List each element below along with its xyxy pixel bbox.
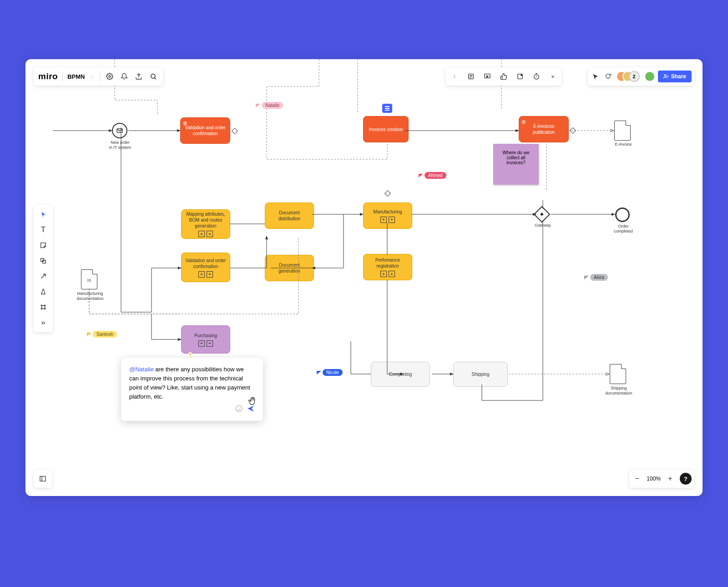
canvas[interactable]: New order in IT system ⚙ Validation and …: [25, 59, 703, 496]
svg-line-3: [155, 78, 157, 79]
timer-icon[interactable]: [531, 71, 541, 81]
sticky-note[interactable]: Where do we collect all invoices?: [493, 144, 539, 185]
share-button[interactable]: Share: [658, 71, 692, 82]
cursor-nicole: Nicole: [317, 369, 343, 376]
topbar-mid: ‹ »: [446, 67, 561, 86]
comment-anchor[interactable]: [188, 352, 192, 356]
svg-marker-9: [487, 76, 488, 77]
pen-tool[interactable]: [36, 285, 50, 299]
bell-icon[interactable]: [119, 71, 129, 81]
comment-box[interactable]: @Natalie are there any possibilities how…: [121, 358, 263, 421]
search-icon[interactable]: [148, 71, 158, 81]
shape-tool[interactable]: [36, 254, 50, 268]
app-frame: miro BPMN ☆ ‹ » 2: [25, 59, 703, 496]
more-tools[interactable]: »: [36, 316, 50, 329]
cursor-ahmed: Ahmed: [419, 172, 446, 179]
svg-point-48: [236, 405, 242, 412]
present-icon[interactable]: [482, 71, 492, 81]
star-icon[interactable]: ☆: [89, 73, 95, 80]
panel-toggle-icon[interactable]: [34, 470, 52, 488]
current-user-avatar[interactable]: [644, 71, 655, 82]
select-tool[interactable]: [36, 207, 50, 221]
cursor-santosh: Santosh: [87, 331, 117, 338]
avatar-overflow[interactable]: 2: [629, 71, 640, 82]
svg-point-2: [151, 74, 155, 78]
text-tool[interactable]: T: [36, 223, 50, 237]
cursor-natalie: Natalie: [256, 102, 283, 109]
logo[interactable]: miro: [38, 71, 58, 81]
presence-avatars[interactable]: 2: [616, 71, 640, 82]
board-name[interactable]: BPMN: [67, 73, 85, 80]
comment-mention[interactable]: @Natalie: [129, 366, 154, 373]
frame-tool[interactable]: [36, 300, 50, 314]
cursor-akira: Akira: [584, 274, 608, 281]
svg-point-0: [109, 76, 111, 77]
more-icon[interactable]: »: [548, 71, 558, 81]
settings-icon[interactable]: [105, 71, 115, 81]
svg-point-15: [606, 74, 610, 78]
zoom-in-button[interactable]: +: [665, 474, 675, 484]
zoom-level[interactable]: 100%: [647, 476, 661, 482]
reactions-icon[interactable]: [603, 71, 613, 81]
share-label: Share: [671, 73, 686, 80]
arrow-tool[interactable]: [36, 269, 50, 283]
divider: [62, 71, 63, 81]
sticky-tool[interactable]: [36, 238, 50, 252]
svg-point-11: [521, 75, 522, 76]
help-button[interactable]: ?: [680, 473, 692, 485]
comment-indicator-icon[interactable]: [382, 104, 392, 113]
svg-rect-28: [40, 476, 46, 481]
left-toolbar: T »: [34, 205, 53, 332]
svg-line-23: [41, 274, 45, 278]
svg-point-18: [664, 75, 666, 76]
divider: [100, 71, 100, 81]
topbar-left: miro BPMN ☆: [34, 67, 163, 86]
pointer-mode-icon[interactable]: [591, 71, 601, 81]
topbar-right: 2 Share: [588, 67, 694, 86]
export-icon[interactable]: [134, 71, 144, 81]
thumbs-up-icon[interactable]: [499, 71, 509, 81]
hand-cursor-icon: [248, 396, 258, 408]
zoom-out-button[interactable]: −: [632, 474, 642, 484]
zoom-bar: − 100% + ?: [629, 470, 694, 488]
comment-icon[interactable]: [515, 71, 525, 81]
emoji-icon[interactable]: [235, 405, 243, 415]
note-icon[interactable]: [466, 71, 476, 81]
chevron-left-icon[interactable]: ‹: [450, 71, 460, 81]
